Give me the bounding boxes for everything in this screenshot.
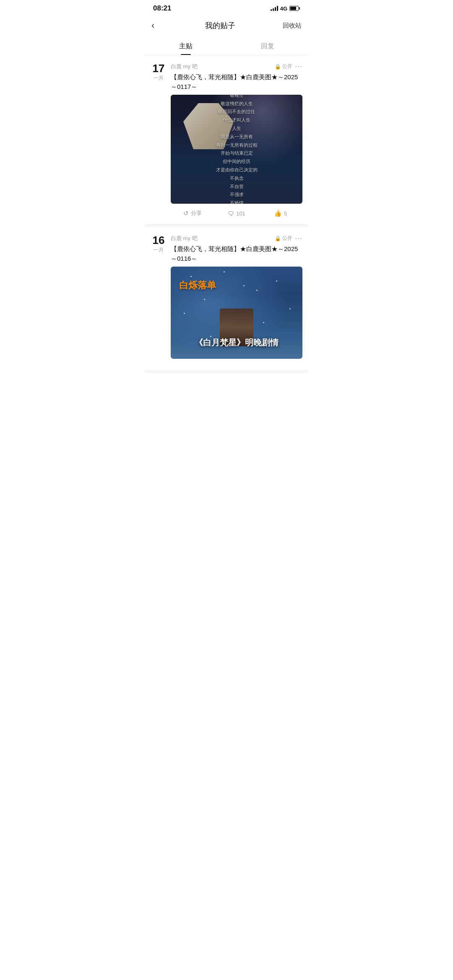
nav-bar: ‹ 我的贴子 回收站 [145, 15, 308, 37]
post-title[interactable]: 【鹿依心飞，茸光相随】★白鹿美图★～2025～0116～ [171, 244, 302, 263]
image-text-line: 不强求 [171, 191, 302, 199]
post-content: 白鹿 my 吧 🔒 公开 ··· 【鹿依心飞，茸光相随】★白鹿美图★～2025～… [171, 62, 302, 217]
post-actions: ↺ 分享 🗨 101 👍 5 [171, 208, 302, 217]
comment-button[interactable]: 🗨 101 [215, 210, 259, 217]
like-button[interactable]: 👍 5 [258, 210, 302, 217]
lock-icon: 🔒 [275, 64, 281, 70]
post-forum: 白鹿 my 吧 [171, 235, 198, 242]
image-text-line: 不执念 [171, 174, 302, 182]
share-button[interactable]: ↺ 分享 [171, 210, 215, 217]
status-bar: 08:21 4G [145, 0, 308, 15]
post-image-bg: 白烁落单 《白月梵星》明晚剧情 [171, 267, 302, 359]
image-text-line: 但中间的经历 [171, 158, 302, 166]
post-date: 16 一月 [151, 234, 167, 363]
page-title: 我的贴子 [158, 21, 283, 31]
recycle-bin-button[interactable]: 回收站 [283, 22, 302, 30]
signal-icon [271, 6, 278, 11]
image-text-line: 敬这惰烂的人生 [171, 99, 302, 108]
tabs: 主贴 回复 [145, 37, 308, 55]
tab-reply[interactable]: 回复 [226, 37, 308, 55]
share-icon: ↺ [183, 210, 189, 217]
post-date: 17 一月 [151, 62, 167, 217]
image-text-line: 就是从一无所有 [171, 132, 302, 141]
image-title-top: 白烁落单 [179, 279, 216, 292]
post-visibility: 🔒 公开 [275, 235, 292, 242]
post-header: 白鹿 my 吧 🔒 公开 ··· [171, 234, 302, 243]
image-text-line: 什么才叫人生 [171, 116, 302, 124]
post-forum: 白鹿 my 吧 [171, 63, 198, 70]
image-text-overlay: 敬明月 敬晚空 敬这惰烂的人生 敬那回不去的过往 什么才叫人生 人生 就是从一无… [171, 95, 302, 204]
image-title-bottom: 《白月梵星》明晚剧情 [175, 337, 298, 348]
like-icon: 👍 [274, 210, 282, 217]
network-type: 4G [280, 5, 287, 12]
post-list: 17 一月 白鹿 my 吧 🔒 公开 ··· 【鹿依心飞，茸光相随】★白鹿美图★… [145, 55, 308, 373]
post-day: 16 [153, 235, 165, 246]
post-content: 白鹿 my 吧 🔒 公开 ··· 【鹿依心飞，茸光相随】★白鹿美图★～2025～… [171, 234, 302, 363]
post-header-right: 🔒 公开 ··· [275, 62, 302, 71]
comment-icon: 🗨 [228, 210, 234, 217]
post-visibility: 🔒 公开 [275, 63, 292, 70]
lock-icon: 🔒 [275, 236, 281, 241]
post-title[interactable]: 【鹿依心飞，茸光相随】★白鹿美图★～2025～0117～ [171, 73, 302, 91]
post-more-button[interactable]: ··· [295, 234, 302, 243]
post-month: 一月 [154, 75, 164, 82]
post-item: 16 一月 白鹿 my 吧 🔒 公开 ··· 【鹿依心飞，茸光相随】★白鹿美图★… [145, 227, 308, 373]
image-text-line: 才是由你自己决定的 [171, 166, 302, 174]
image-text-line: 敬那回不去的过往 [171, 108, 302, 116]
tab-main[interactable]: 主贴 [145, 37, 226, 55]
back-button[interactable]: ‹ [151, 18, 158, 33]
status-time: 08:21 [153, 4, 171, 13]
post-month: 一月 [154, 246, 164, 254]
image-text-line: 不自苦 [171, 182, 302, 191]
post-item: 17 一月 白鹿 my 吧 🔒 公开 ··· 【鹿依心飞，茸光相随】★白鹿美图★… [145, 55, 308, 227]
post-day: 17 [153, 63, 165, 74]
image-text-line: 开始与结束已定 [171, 149, 302, 158]
post-image-bg: 敬明月 敬晚空 敬这惰烂的人生 敬那回不去的过往 什么才叫人生 人生 就是从一无… [171, 95, 302, 204]
battery-icon [289, 6, 300, 11]
image-text-line: 不矫情 [171, 199, 302, 204]
image-text-line: 再到一无所有的过程 [171, 141, 302, 149]
post-header-right: 🔒 公开 ··· [275, 234, 302, 243]
status-icons: 4G [271, 5, 300, 12]
image-text-line: 人生 [171, 124, 302, 133]
post-image[interactable]: 敬明月 敬晚空 敬这惰烂的人生 敬那回不去的过往 什么才叫人生 人生 就是从一无… [171, 95, 302, 204]
post-header: 白鹿 my 吧 🔒 公开 ··· [171, 62, 302, 71]
post-more-button[interactable]: ··· [295, 62, 302, 71]
image-text-line: 敬晚空 [171, 95, 302, 99]
post-image[interactable]: 白烁落单 《白月梵星》明晚剧情 [171, 267, 302, 359]
